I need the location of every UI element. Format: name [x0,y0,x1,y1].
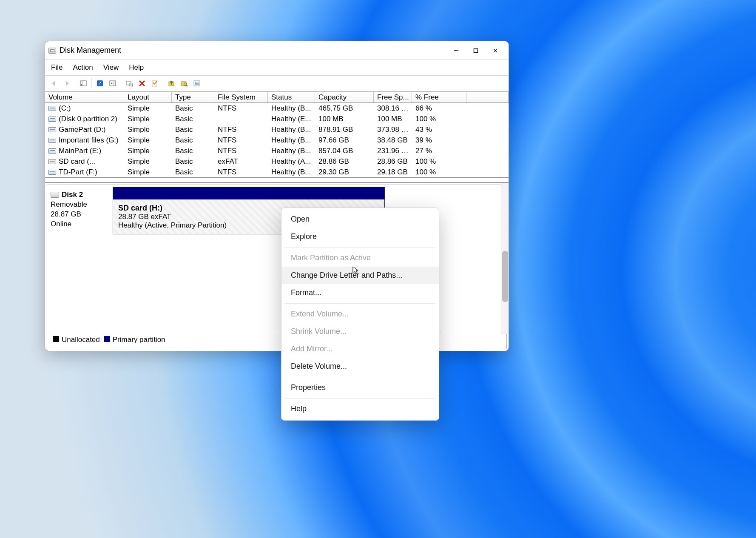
cell-pfree: 100 % [412,115,466,123]
table-row[interactable]: TD-Part (F:)SimpleBasicNTFSHealthy (B...… [45,167,509,177]
cell-status: Healthy (E... [268,115,315,123]
table-row[interactable]: Important files (G:)SimpleBasicNTFSHealt… [45,135,509,145]
pane-splitter[interactable] [45,177,509,182]
cell-layout: Simple [124,104,172,113]
svg-rect-1 [474,48,478,52]
context-menu-item[interactable]: Delete Volume... [281,358,439,375]
menu-action[interactable]: Action [73,63,93,72]
swatch-unallocated [53,336,59,342]
context-menu-separator [285,377,435,377]
cell-fs: NTFS [214,125,268,134]
cell-pfree: 27 % [412,147,466,155]
cell-volume: MainPart (E:) [45,147,124,155]
cell-fs: NTFS [214,168,268,176]
context-menu-item: Extend Volume... [281,305,439,323]
maximize-button[interactable] [466,44,486,57]
find-button[interactable] [179,78,190,88]
close-button[interactable] [486,44,505,57]
menu-help[interactable]: Help [129,63,144,72]
context-menu-item: Mark Partition as Active [281,249,439,267]
col-type[interactable]: Type [172,91,214,102]
svg-line-21 [186,85,188,86]
context-menu-item[interactable]: Explore [281,228,439,245]
context-menu-item: Shrink Volume... [281,323,439,340]
cell-capacity: 28.86 GB [315,157,374,166]
cell-free: 38.48 GB [374,136,412,145]
toolbar-separator [163,78,163,88]
cell-volume: TD-Part (F:) [45,168,124,176]
context-menu-separator [285,303,435,304]
cell-layout: Simple [124,147,172,155]
col-status[interactable]: Status [268,91,315,102]
cell-type: Basic [172,136,214,145]
cell-layout: Simple [124,157,172,166]
settings-button[interactable] [191,78,202,88]
back-button[interactable] [48,78,60,88]
delete-button[interactable] [136,78,148,88]
context-menu-item[interactable]: Open [281,211,439,228]
context-menu-item[interactable]: Format... [281,284,439,302]
volume-icon [48,106,56,111]
disk-label[interactable]: Disk 2 Removable 28.87 GB Online [49,187,113,234]
cell-layout: Simple [124,115,172,123]
cell-capacity: 465.75 GB [315,104,374,113]
context-menu-item[interactable]: Help [281,400,439,418]
cell-pfree: 39 % [412,136,466,145]
cell-layout: Simple [124,168,172,176]
cell-layout: Simple [124,125,172,134]
disk-management-window: Disk Management File Action View Help [45,41,509,351]
volume-table-header: Volume Layout Type File System Status Ca… [45,91,509,103]
col-volume[interactable]: Volume [45,91,124,102]
cell-pfree: 66 % [412,104,466,113]
rescan-disks-button[interactable] [166,78,177,88]
cell-volume: SD card (... [45,157,124,166]
volume-table: Volume Layout Type File System Status Ca… [45,91,509,177]
toolbar-separator [75,78,75,88]
col-capacity[interactable]: Capacity [315,91,374,102]
titlebar[interactable]: Disk Management [45,41,509,60]
cell-status: Healthy (B... [268,125,315,134]
cell-status: Healthy (B... [268,104,315,113]
volume-icon [48,148,56,154]
swatch-primary [104,336,110,342]
col-file-system[interactable]: File System [214,91,268,102]
svg-marker-11 [111,83,113,84]
table-row[interactable]: SD card (...SimpleBasicexFATHealthy (A..… [45,156,509,167]
cell-status: Healthy (A... [268,157,315,166]
cell-free: 28.86 GB [374,157,412,166]
cell-type: Basic [172,157,214,166]
context-menu-item[interactable]: Properties [281,379,439,396]
col-pct-free[interactable]: % Free [412,91,466,102]
show-hide-action-pane-button[interactable] [107,78,118,88]
svg-rect-6 [81,84,82,85]
table-row[interactable]: (C:)SimpleBasicNTFSHealthy (B...465.75 G… [45,103,509,114]
menu-view[interactable]: View [103,63,119,72]
volume-table-body: (C:)SimpleBasicNTFSHealthy (B...465.75 G… [45,103,509,177]
table-row[interactable]: GamePart (D:)SimpleBasicNTFSHealthy (B..… [45,124,509,135]
context-menu: OpenExploreMark Partition as ActiveChang… [281,208,439,421]
show-hide-console-tree-button[interactable] [78,78,89,88]
cell-status: Healthy (B... [268,147,315,155]
col-free-space[interactable]: Free Sp... [374,91,412,102]
cell-layout: Simple [124,136,172,145]
context-menu-item[interactable]: Change Drive Letter and Paths... [281,267,439,284]
col-layout[interactable]: Layout [124,91,172,102]
refresh-button[interactable] [149,78,160,88]
table-row[interactable]: (Disk 0 partition 2)SimpleBasicHealthy (… [45,114,509,124]
scrollbar-thumb[interactable] [502,251,508,302]
scrollbar[interactable] [501,183,509,334]
cell-status: Healthy (B... [268,168,315,176]
cell-type: Basic [172,104,214,113]
cell-free: 231.96 GB [374,147,412,155]
cell-capacity: 857.04 GB [315,147,374,155]
menu-file[interactable]: File [51,63,63,72]
help-button[interactable]: ? [94,78,105,88]
volume-icon [48,117,56,122]
legend-unallocated: Unallocated [62,336,100,344]
table-row[interactable]: MainPart (E:)SimpleBasicNTFSHealthy (B..… [45,145,509,156]
disk-icon [51,192,59,198]
properties-button[interactable] [124,78,135,88]
legend-primary: Primary partition [113,336,165,344]
forward-button[interactable] [61,78,72,88]
minimize-button[interactable] [446,44,466,57]
